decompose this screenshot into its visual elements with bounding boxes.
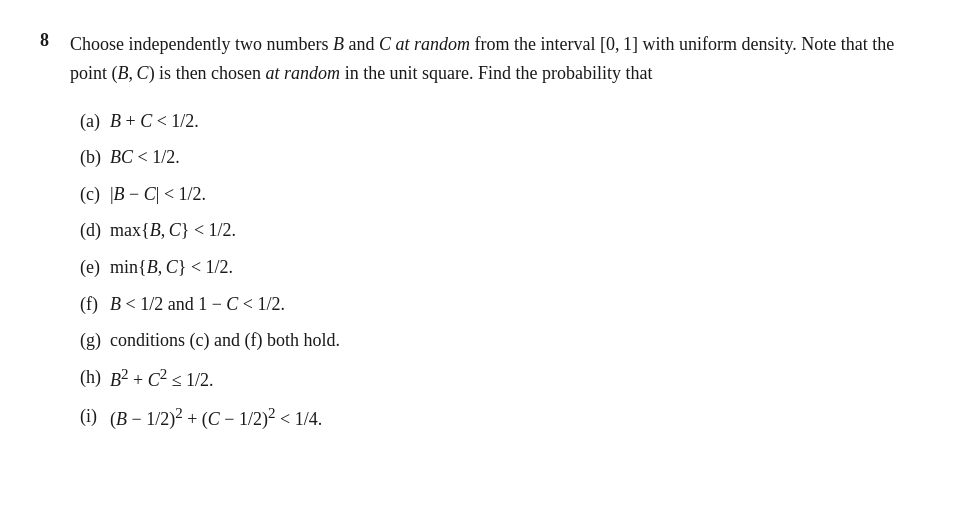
part-content-a: B + C < 1/2. xyxy=(110,106,199,137)
part-label-g: (g) xyxy=(70,325,110,356)
part-label-d: (d) xyxy=(70,215,110,246)
part-item-f: (f) B < 1/2 and 1 − C < 1/2. xyxy=(70,289,921,320)
part-label-i: (i) xyxy=(70,401,110,432)
part-item-g: (g) conditions (c) and (f) both hold. xyxy=(70,325,921,356)
part-content-e: min{B, C} < 1/2. xyxy=(110,252,233,283)
part-item-i: (i) (B − 1/2)2 + (C − 1/2)2 < 1/4. xyxy=(70,401,921,435)
part-item-h: (h) B2 + C2 ≤ 1/2. xyxy=(70,362,921,396)
problem-number: 8 xyxy=(40,30,70,51)
parts-list: (a) B + C < 1/2. (b) BC < 1/2. (c) |B − … xyxy=(70,106,921,435)
part-content-g: conditions (c) and (f) both hold. xyxy=(110,325,340,356)
part-content-f: B < 1/2 and 1 − C < 1/2. xyxy=(110,289,285,320)
part-label-e: (e) xyxy=(70,252,110,283)
part-item-a: (a) B + C < 1/2. xyxy=(70,106,921,137)
part-item-c: (c) |B − C| < 1/2. xyxy=(70,179,921,210)
part-content-i: (B − 1/2)2 + (C − 1/2)2 < 1/4. xyxy=(110,401,322,435)
part-label-c: (c) xyxy=(70,179,110,210)
part-item-d: (d) max{B, C} < 1/2. xyxy=(70,215,921,246)
part-label-f: (f) xyxy=(70,289,110,320)
part-label-b: (b) xyxy=(70,142,110,173)
part-item-b: (b) BC < 1/2. xyxy=(70,142,921,173)
part-content-h: B2 + C2 ≤ 1/2. xyxy=(110,362,214,396)
part-label-a: (a) xyxy=(70,106,110,137)
part-label-h: (h) xyxy=(70,362,110,393)
problem-content: Choose independently two numbers B and C… xyxy=(70,30,921,441)
part-item-e: (e) min{B, C} < 1/2. xyxy=(70,252,921,283)
part-content-b: BC < 1/2. xyxy=(110,142,180,173)
part-content-d: max{B, C} < 1/2. xyxy=(110,215,236,246)
problem-container: 8 Choose independently two numbers B and… xyxy=(40,30,921,441)
part-content-c: |B − C| < 1/2. xyxy=(110,179,206,210)
problem-intro: Choose independently two numbers B and C… xyxy=(70,30,921,88)
